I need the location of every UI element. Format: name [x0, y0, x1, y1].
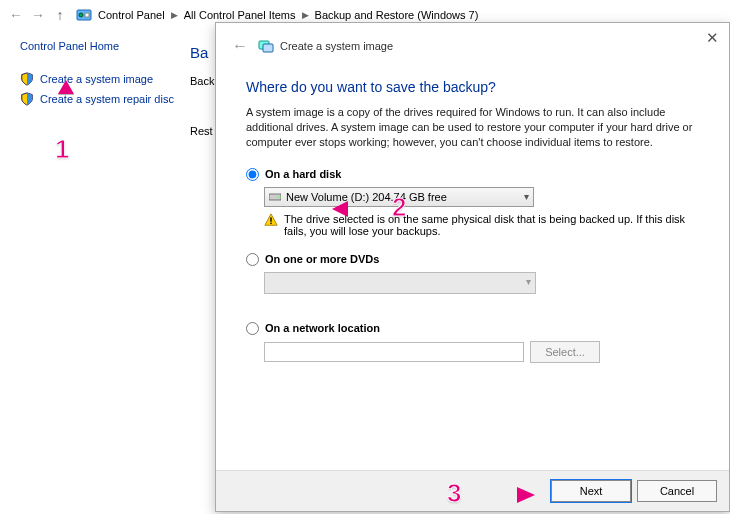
- dialog-title: Create a system image: [280, 40, 393, 52]
- option-hard-disk[interactable]: On a hard disk: [246, 168, 699, 181]
- same-disk-warning: The drive selected is on the same physic…: [264, 213, 699, 237]
- system-image-icon: [258, 38, 274, 54]
- nav-back-button[interactable]: ←: [6, 5, 26, 25]
- next-button[interactable]: Next: [551, 480, 631, 502]
- svg-point-1: [79, 13, 83, 17]
- hard-disk-dropdown[interactable]: New Volume (D:) 204.74 GB free ▾: [264, 187, 534, 207]
- nav-forward-button[interactable]: →: [28, 5, 48, 25]
- option-hard-disk-group: On a hard disk New Volume (D:) 204.74 GB…: [246, 168, 699, 237]
- dvd-dropdown[interactable]: ▾: [264, 272, 536, 294]
- network-path-input[interactable]: [264, 342, 524, 362]
- create-repair-disc-link[interactable]: Create a system repair disc: [20, 92, 200, 106]
- option-network-label: On a network location: [265, 322, 380, 334]
- dialog-header: ← Create a system image: [216, 23, 729, 61]
- svg-rect-8: [270, 222, 271, 223]
- control-panel-home-link[interactable]: Control Panel Home: [20, 40, 200, 52]
- svg-rect-7: [270, 217, 271, 221]
- option-dvd-label: On one or more DVDs: [265, 253, 379, 265]
- cancel-button[interactable]: Cancel: [637, 480, 717, 502]
- dialog-footer: Next Cancel: [216, 470, 729, 511]
- option-network[interactable]: On a network location: [246, 322, 699, 335]
- chevron-right-icon: ▶: [298, 10, 313, 20]
- option-hard-disk-label: On a hard disk: [265, 168, 341, 180]
- hdd-icon: [269, 192, 281, 202]
- control-panel-icon: [76, 7, 92, 23]
- dialog-back-button[interactable]: ←: [232, 37, 248, 55]
- chevron-right-icon: ▶: [167, 10, 182, 20]
- option-hard-disk-radio[interactable]: [246, 168, 259, 181]
- option-dvd[interactable]: On one or more DVDs: [246, 253, 699, 266]
- svg-rect-2: [85, 13, 89, 17]
- close-button[interactable]: ✕: [706, 29, 719, 47]
- network-select-button[interactable]: Select...: [530, 341, 600, 363]
- option-dvd-radio[interactable]: [246, 253, 259, 266]
- option-network-radio[interactable]: [246, 322, 259, 335]
- create-system-image-label: Create a system image: [40, 73, 153, 85]
- same-disk-warning-text: The drive selected is on the same physic…: [284, 213, 699, 237]
- shield-icon: [20, 92, 34, 106]
- crumb-backup-restore[interactable]: Backup and Restore (Windows 7): [313, 9, 481, 21]
- create-system-image-link[interactable]: Create a system image: [20, 72, 200, 86]
- create-repair-disc-label: Create a system repair disc: [40, 93, 174, 105]
- annotation-number-1: 1: [55, 134, 69, 165]
- warning-icon: [264, 213, 278, 227]
- chevron-down-icon: ▾: [526, 276, 531, 287]
- crumb-all-items[interactable]: All Control Panel Items: [182, 9, 298, 21]
- chevron-down-icon: ▾: [524, 191, 529, 202]
- hard-disk-dropdown-value: New Volume (D:) 204.74 GB free: [286, 191, 447, 203]
- nav-up-button[interactable]: ↑: [50, 5, 70, 25]
- dialog-description: A system image is a copy of the drives r…: [246, 105, 699, 150]
- svg-point-6: [278, 196, 280, 198]
- system-image-dialog: ✕ ← Create a system image Where do you w…: [215, 22, 730, 512]
- option-network-group: On a network location Select...: [246, 322, 699, 363]
- shield-icon: [20, 72, 34, 86]
- svg-rect-4: [263, 44, 273, 52]
- dialog-question: Where do you want to save the backup?: [246, 79, 699, 95]
- option-dvd-group: On one or more DVDs ▾: [246, 253, 699, 294]
- crumb-control-panel[interactable]: Control Panel: [96, 9, 167, 21]
- left-panel: Control Panel Home Create a system image…: [20, 40, 200, 112]
